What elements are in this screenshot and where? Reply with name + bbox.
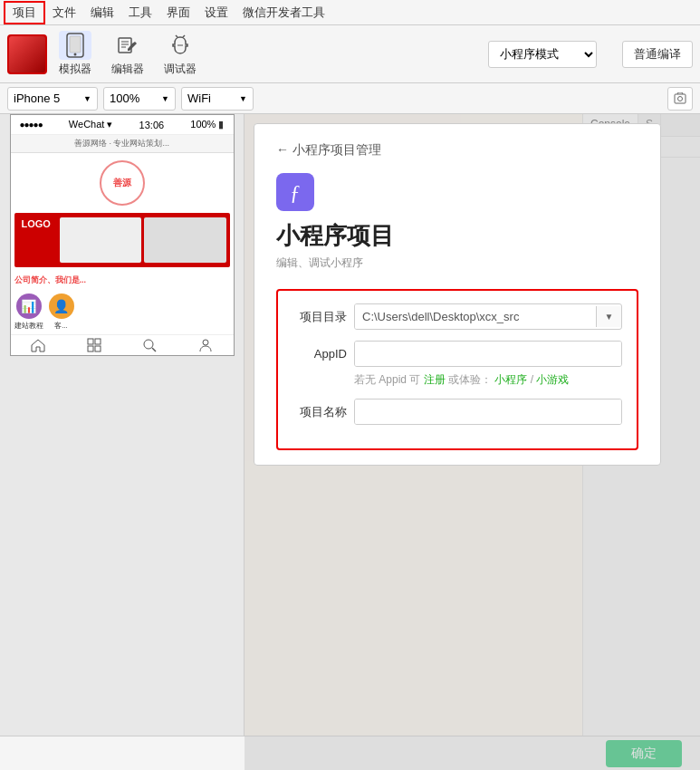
wechat-wifi-label: WeChat ▾ xyxy=(69,119,113,130)
banner-logo-text: LOGO xyxy=(22,218,51,229)
appid-label: AppID xyxy=(292,347,347,361)
capture-button[interactable] xyxy=(667,87,693,111)
svg-point-11 xyxy=(678,96,683,101)
appid-input[interactable] xyxy=(355,342,621,366)
bottom-icon-build: 📊 建站教程 xyxy=(14,294,43,331)
name-input-wrap xyxy=(354,399,622,425)
simulator-icon xyxy=(59,31,91,60)
website-banner: LOGO xyxy=(14,213,230,267)
mode-select[interactable]: 小程序模式 插件模式 xyxy=(488,41,597,68)
dir-label: 项目目录 xyxy=(292,309,347,325)
modal-title: 小程序项目 xyxy=(276,220,638,252)
menu-item-edit[interactable]: 编辑 xyxy=(83,3,121,23)
svg-point-18 xyxy=(203,340,208,345)
svg-line-17 xyxy=(152,348,156,351)
phone-nav-user[interactable] xyxy=(177,335,234,355)
svg-rect-14 xyxy=(88,346,93,351)
form-appid-hint: 若无 Appid 可 注册 或体验： 小程序 / 小游戏 xyxy=(354,372,622,388)
customer-icon: 👤 xyxy=(49,294,74,319)
phone-frame: ●●●●● WeChat ▾ 13:06 100% ▮ 善源网络 · 专业网站策… xyxy=(10,114,235,356)
toolbar: 模拟器 编辑器 调试器 小程序模式 插件模 xyxy=(0,25,700,83)
dir-input-wrap: ▼ xyxy=(354,303,622,330)
form-row-name: 项目名称 xyxy=(292,399,622,425)
name-label: 项目名称 xyxy=(292,404,347,420)
name-input[interactable] xyxy=(355,399,621,424)
menu-bar: 项目 文件 编辑 工具 界面 设置 微信开发者工具 xyxy=(0,0,700,25)
right-panel: 宁此: 132358... Q&nbsp;Q: 27... 邮箱: xasy@x… xyxy=(245,114,700,770)
phone-bottom-nav xyxy=(11,334,234,355)
subbar: iPhone 5 ▼ 100% ▼ WiFi ▼ xyxy=(0,83,700,114)
menu-item-wechat-dev[interactable]: 微信开发者工具 xyxy=(235,3,332,23)
dir-dropdown-button[interactable]: ▼ xyxy=(596,306,621,327)
phone-nav-home[interactable] xyxy=(11,335,67,355)
modal-box: ← 小程序项目管理 ƒ 小程序项目 编辑、调试小程序 项目目录 ▼ xyxy=(254,123,661,466)
phone-nav-search[interactable] xyxy=(122,335,178,355)
phone-signal: ●●●●● xyxy=(20,120,43,130)
hint-miniprogram-link[interactable]: 小程序 xyxy=(494,373,527,386)
subbar-right xyxy=(667,87,693,111)
svg-line-8 xyxy=(183,35,185,37)
modal-back-button[interactable]: ← 小程序项目管理 xyxy=(276,142,638,159)
device-select[interactable]: iPhone 5 ▼ xyxy=(7,87,98,111)
network-label: WiFi xyxy=(187,91,211,105)
company-intro: 公司简介、我们是... xyxy=(11,271,234,290)
modal-overlay: ← 小程序项目管理 ƒ 小程序项目 编辑、调试小程序 项目目录 ▼ xyxy=(245,114,700,770)
menu-item-interface[interactable]: 界面 xyxy=(159,3,197,23)
modal-form: 项目目录 ▼ AppID xyxy=(276,289,638,450)
phone-nav-grid[interactable] xyxy=(66,335,122,355)
menu-item-file[interactable]: 文件 xyxy=(45,3,83,23)
network-select[interactable]: WiFi ▼ xyxy=(181,87,254,111)
appid-input-wrap xyxy=(354,341,622,367)
customer-icon-label: 客... xyxy=(54,321,68,331)
modal-subtitle: 编辑、调试小程序 xyxy=(276,255,638,271)
editor-button[interactable]: 编辑器 xyxy=(103,31,152,78)
translate-button[interactable]: 普通编译 xyxy=(622,41,693,68)
svg-point-2 xyxy=(74,53,77,56)
hint-register-link[interactable]: 注册 xyxy=(424,373,446,386)
svg-rect-15 xyxy=(95,346,101,351)
phone-status-bar: ●●●●● WeChat ▾ 13:06 100% ▮ xyxy=(11,115,234,135)
hint-game-link[interactable]: 小游戏 xyxy=(536,373,569,386)
svg-rect-13 xyxy=(95,339,101,344)
editor-icon xyxy=(111,31,144,60)
form-row-appid: AppID xyxy=(292,341,622,367)
zoom-label: 100% xyxy=(110,91,139,105)
debugger-button[interactable]: 调试器 xyxy=(156,31,205,78)
menu-item-tools[interactable]: 工具 xyxy=(121,3,159,23)
svg-rect-12 xyxy=(88,339,93,344)
bottom-icons: 📊 建站教程 👤 客... xyxy=(11,290,234,334)
website-logo-area: 善源 xyxy=(11,153,234,213)
build-icon-label: 建站教程 xyxy=(14,321,43,331)
menu-item-settings[interactable]: 设置 xyxy=(197,3,235,23)
svg-rect-10 xyxy=(675,94,686,103)
build-icon: 📊 xyxy=(16,294,42,319)
dir-input[interactable] xyxy=(355,304,596,329)
form-row-dir: 项目目录 ▼ xyxy=(292,303,622,330)
bottom-icon-customer: 👤 客... xyxy=(49,294,74,331)
phone-content: 善源网络 · 专业网站策划... 善源 LOGO 公司简介、我们是... 📊 建 xyxy=(11,135,234,334)
svg-line-7 xyxy=(176,35,177,37)
modal-miniprogram-icon: ƒ xyxy=(276,173,314,211)
website-logo: 善源 xyxy=(100,160,145,206)
menu-item-project[interactable]: 项目 xyxy=(4,1,45,24)
website-header: 善源网络 · 专业网站策划... xyxy=(11,135,234,153)
zoom-select[interactable]: 100% ▼ xyxy=(103,87,176,111)
main-area: ●●●●● WeChat ▾ 13:06 100% ▮ 善源网络 · 专业网站策… xyxy=(0,114,700,770)
mode-select-wrap: 小程序模式 插件模式 xyxy=(488,41,597,68)
iphone-label: iPhone 5 xyxy=(14,91,60,105)
phone-battery: 100% ▮ xyxy=(190,119,224,130)
phone-time: 13:06 xyxy=(139,120,165,130)
svg-point-16 xyxy=(144,340,153,349)
svg-rect-1 xyxy=(70,36,81,53)
debugger-icon xyxy=(164,31,197,60)
simulator-button[interactable]: 模拟器 xyxy=(51,31,100,78)
simulator-panel: ●●●●● WeChat ▾ 13:06 100% ▮ 善源网络 · 专业网站策… xyxy=(0,114,245,770)
